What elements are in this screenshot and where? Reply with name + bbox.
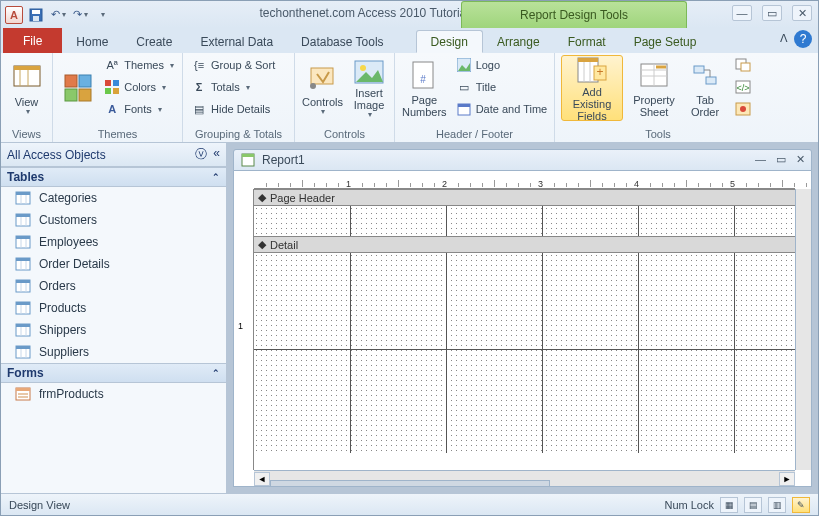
minimize-button[interactable]: — (732, 5, 752, 21)
nav-item[interactable]: Shippers (1, 319, 226, 341)
nav-section-tables[interactable]: Tables⌃ (1, 167, 226, 187)
svg-rect-13 (105, 88, 111, 94)
svg-rect-8 (79, 75, 91, 87)
layout-view-button[interactable]: ▥ (768, 497, 786, 513)
svg-rect-10 (79, 89, 91, 101)
app-icon[interactable]: A (5, 6, 23, 24)
logo-icon (456, 57, 472, 73)
svg-rect-67 (16, 324, 30, 327)
group-views-label: Views (7, 126, 46, 142)
report-view-button[interactable]: ▦ (720, 497, 738, 513)
svg-rect-77 (18, 396, 28, 398)
view-button[interactable]: View▾ (7, 55, 46, 121)
title-icon: ▭ (456, 79, 472, 95)
nav-collapse-icon[interactable]: « (213, 146, 220, 163)
logo-button[interactable]: Logo (454, 55, 550, 75)
design-surface[interactable]: ◆Page Header ◆Detail (254, 189, 795, 470)
insert-image-button[interactable]: Insert Image▾ (350, 55, 388, 121)
form-icon (15, 386, 31, 402)
nav-item[interactable]: frmProducts (1, 383, 226, 405)
property-sheet-button[interactable]: Property Sheet (629, 55, 679, 121)
fonts-dropdown[interactable]: AFonts▾ (102, 99, 176, 119)
help-icon[interactable]: ? (794, 30, 812, 48)
nav-header[interactable]: All Access Objects ⓥ« (1, 143, 226, 167)
tab-home[interactable]: Home (62, 30, 122, 53)
report-titlebar[interactable]: Report1 — ▭ ✕ (233, 149, 812, 171)
content-area: All Access Objects ⓥ« Tables⌃CategoriesC… (1, 143, 818, 493)
svg-rect-12 (113, 80, 119, 86)
table-icon (15, 256, 31, 272)
titlebar: A ↶▾ ↷▾ ▾ techonthenet.com Access 2010 T… (1, 1, 818, 28)
tab-database-tools[interactable]: Database Tools (287, 30, 398, 53)
totals-dropdown[interactable]: ΣTotals▾ (189, 77, 277, 97)
page-numbers-button[interactable]: # Page Numbers (401, 55, 448, 121)
subreport-button[interactable] (733, 55, 753, 75)
detail-bar[interactable]: ◆Detail (254, 236, 795, 253)
print-preview-button[interactable]: ▤ (744, 497, 762, 513)
group-sort-button[interactable]: {≡Group & Sort (189, 55, 277, 75)
restore-button[interactable]: ▭ (762, 5, 782, 21)
qat-customize-icon[interactable]: ▾ (93, 6, 111, 24)
vertical-ruler[interactable]: 1 (234, 189, 254, 470)
app-window: A ↶▾ ↷▾ ▾ techonthenet.com Access 2010 T… (0, 0, 819, 516)
nav-item[interactable]: Suppliers (1, 341, 226, 363)
file-tab[interactable]: File (3, 28, 62, 53)
minimize-ribbon-icon[interactable]: ᐱ (780, 32, 788, 45)
doc-restore-button[interactable]: ▭ (776, 153, 786, 166)
scroll-left-icon[interactable]: ◄ (254, 472, 270, 486)
tab-design[interactable]: Design (416, 30, 483, 53)
tab-order-button[interactable]: Tab Order (685, 55, 725, 121)
design-view-button[interactable]: ✎ (792, 497, 810, 513)
controls-button[interactable]: Controls▾ (301, 55, 344, 121)
detail-section[interactable] (254, 253, 795, 453)
tab-page-setup[interactable]: Page Setup (620, 30, 711, 53)
view-label: View (15, 96, 39, 108)
image-icon (353, 58, 385, 85)
nav-item[interactable]: Products (1, 297, 226, 319)
sigma-icon: Σ (191, 79, 207, 95)
svg-rect-11 (105, 80, 111, 86)
close-button[interactable]: ✕ (792, 5, 812, 21)
datetime-button[interactable]: Date and Time (454, 99, 550, 119)
nav-item[interactable]: Order Details (1, 253, 226, 275)
save-icon[interactable] (27, 6, 45, 24)
svg-rect-9 (65, 89, 77, 101)
nav-item[interactable]: Categories (1, 187, 226, 209)
undo-icon[interactable]: ↶▾ (49, 6, 67, 24)
vertical-scrollbar[interactable] (795, 189, 811, 470)
page-numbers-icon: # (408, 60, 440, 92)
svg-rect-35 (706, 77, 716, 84)
nav-item[interactable]: Employees (1, 231, 226, 253)
tab-format[interactable]: Format (554, 30, 620, 53)
doc-minimize-button[interactable]: — (755, 153, 766, 166)
nav-section-forms[interactable]: Forms⌃ (1, 363, 226, 383)
hide-details-button[interactable]: ▤Hide Details (189, 99, 277, 119)
svg-rect-25 (578, 58, 598, 62)
convert-macros-button[interactable] (733, 99, 753, 119)
horizontal-ruler[interactable]: 12345 (254, 171, 795, 189)
page-header-section[interactable] (254, 206, 795, 236)
themes-dropdown[interactable]: AªThemes▾ (102, 55, 176, 75)
svg-rect-4 (14, 66, 40, 70)
redo-icon[interactable]: ↷▾ (71, 6, 89, 24)
tab-arrange[interactable]: Arrange (483, 30, 554, 53)
svg-rect-63 (16, 302, 30, 305)
doc-close-button[interactable]: ✕ (796, 153, 805, 166)
themes-button[interactable] (59, 55, 96, 121)
title-button[interactable]: ▭Title (454, 77, 550, 97)
design-canvas: Report1 — ▭ ✕ 12345 1 ◆Page Header ◆De (227, 143, 818, 493)
nav-item[interactable]: Customers (1, 209, 226, 231)
nav-item[interactable]: Orders (1, 275, 226, 297)
horizontal-scrollbar[interactable]: ◄ ► (254, 470, 795, 486)
colors-dropdown[interactable]: Colors▾ (102, 77, 176, 97)
tab-create[interactable]: Create (122, 30, 186, 53)
view-code-button[interactable]: </> (733, 77, 753, 97)
window-title: techonthenet.com Access 2010 Tutorial (260, 6, 469, 20)
page-header-bar[interactable]: ◆Page Header (254, 189, 795, 206)
scroll-right-icon[interactable]: ► (779, 472, 795, 486)
svg-rect-76 (18, 393, 28, 395)
tab-external-data[interactable]: External Data (186, 30, 287, 53)
add-existing-fields-button[interactable]: + Add Existing Fields (561, 55, 623, 121)
svg-rect-55 (16, 258, 30, 261)
nav-search-icon[interactable]: ⓥ (195, 146, 207, 163)
